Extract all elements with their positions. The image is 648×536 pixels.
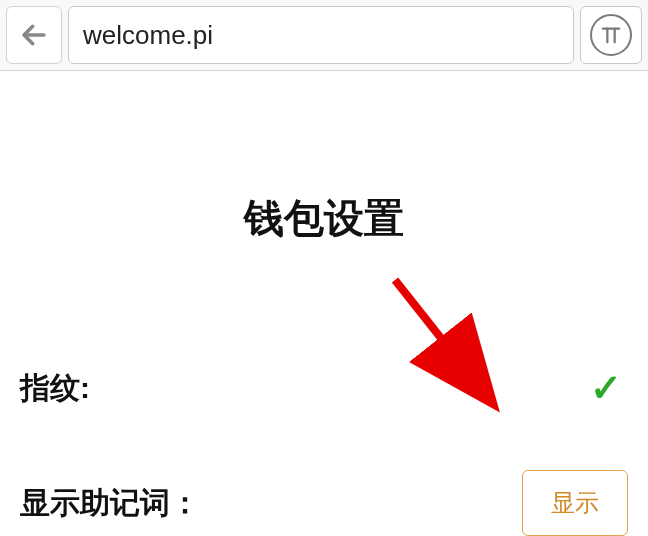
url-input[interactable]	[68, 6, 574, 64]
pi-icon	[590, 14, 632, 56]
back-arrow-icon	[19, 20, 49, 50]
back-button[interactable]	[6, 6, 62, 64]
mnemonic-row: 显示助记词： 显示	[20, 470, 628, 536]
show-mnemonic-button[interactable]: 显示	[522, 470, 628, 536]
top-nav-bar	[0, 0, 648, 71]
check-icon: ✓	[590, 366, 628, 410]
fingerprint-label: 指纹:	[20, 368, 90, 409]
pi-menu-button[interactable]	[580, 6, 642, 64]
page-title: 钱包设置	[20, 191, 628, 246]
content-area: 钱包设置 指纹: ✓ 显示助记词： 显示	[0, 191, 648, 536]
mnemonic-label: 显示助记词：	[20, 483, 200, 524]
fingerprint-row: 指纹: ✓	[20, 366, 628, 410]
